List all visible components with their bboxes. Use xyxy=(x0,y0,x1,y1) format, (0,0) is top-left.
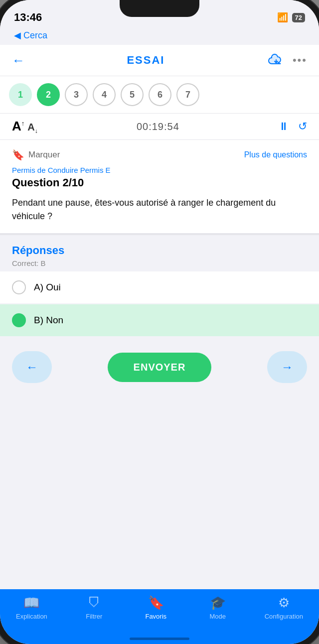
tab-mode[interactable]: 🎓 Mode xyxy=(203,595,233,620)
tab-configuration[interactable]: ⚙ Configuration xyxy=(265,595,303,620)
header-nav: ← ESSAI ••• xyxy=(0,45,319,76)
tab-explication-label: Explication xyxy=(16,613,47,620)
configuration-icon: ⚙ xyxy=(278,595,290,611)
tab-favoris[interactable]: 🔖 Favoris xyxy=(141,595,171,620)
tab-mode-label: Mode xyxy=(209,613,226,620)
bookmark-icon[interactable]: 🔖 xyxy=(12,149,24,161)
question-numbers-row: 1 2 3 4 5 6 7 xyxy=(0,76,319,114)
radio-a xyxy=(12,280,26,294)
timer-icons: ⏸ ↺ xyxy=(278,120,307,133)
question-text: Pendant une pause, êtes-vous autorisé à … xyxy=(12,196,307,223)
question-num-6[interactable]: 6 xyxy=(149,83,171,106)
more-options-icon[interactable]: ••• xyxy=(293,54,307,67)
status-bar: 13:46 📶 72 xyxy=(0,0,319,30)
tab-favoris-label: Favoris xyxy=(145,613,166,620)
font-controls: A↑ A↓ xyxy=(12,119,38,134)
mode-icon: 🎓 xyxy=(210,595,226,611)
next-button[interactable]: → xyxy=(267,351,307,383)
back-cerca[interactable]: ◀ Cerca xyxy=(0,30,319,45)
question-num-5[interactable]: 5 xyxy=(121,83,144,106)
question-num-2[interactable]: 2 xyxy=(37,83,60,106)
battery-icon: 72 xyxy=(292,13,305,22)
status-icons: 📶 72 xyxy=(277,12,305,23)
font-decrease-btn[interactable]: A↓ xyxy=(27,122,37,134)
radio-b xyxy=(12,313,26,327)
timer-row: A↑ A↓ 00:19:54 ⏸ ↺ xyxy=(0,114,319,140)
question-num-7[interactable]: 7 xyxy=(176,83,199,106)
question-num-3[interactable]: 3 xyxy=(65,83,88,106)
answer-option-b[interactable]: B) Non xyxy=(0,304,319,336)
filtrer-icon: ⛉ xyxy=(88,595,101,611)
cloud-sync-icon[interactable] xyxy=(267,51,286,70)
header-title: ESSAI xyxy=(127,54,164,67)
question-category: Permis de Conduire Permis E xyxy=(12,166,307,174)
question-card: 🔖 Marquer Plus de questions Permis de Co… xyxy=(0,140,319,235)
pause-btn[interactable]: ⏸ xyxy=(278,120,289,133)
answers-header: Réponses Correct: B xyxy=(0,244,319,271)
favoris-icon: 🔖 xyxy=(148,595,164,611)
header-icons: ••• xyxy=(267,51,307,70)
correct-label: Correct: B xyxy=(12,259,307,267)
answers-title: Réponses xyxy=(12,244,307,257)
timer-display: 00:19:54 xyxy=(137,121,179,132)
refresh-btn[interactable]: ↺ xyxy=(298,120,307,133)
question-num-4[interactable]: 4 xyxy=(93,83,116,106)
more-questions-link[interactable]: Plus de questions xyxy=(244,150,307,159)
answer-text-a: A) Oui xyxy=(34,282,61,293)
tab-filtrer[interactable]: ⛉ Filtrer xyxy=(79,595,109,620)
tab-bar: 📖 Explication ⛉ Filtrer 🔖 Favoris 🎓 Mode… xyxy=(0,589,319,644)
tab-explication[interactable]: 📖 Explication xyxy=(16,595,47,620)
tab-configuration-label: Configuration xyxy=(265,613,303,620)
phone-frame: 13:46 📶 72 ◀ Cerca ← ESSAI ••• 1 2 xyxy=(0,0,319,644)
prev-button[interactable]: ← xyxy=(12,351,52,383)
bookmark-label[interactable]: Marquer xyxy=(28,150,60,160)
question-num-1[interactable]: 1 xyxy=(9,83,32,106)
answer-text-b: B) Non xyxy=(34,315,63,326)
bookmark-row[interactable]: 🔖 Marquer xyxy=(12,149,60,161)
back-arrow-icon[interactable]: ← xyxy=(12,53,25,68)
explication-icon: 📖 xyxy=(23,595,39,611)
notch xyxy=(120,0,199,17)
font-increase-btn[interactable]: A↑ xyxy=(12,119,24,134)
envoyer-button[interactable]: ENVOYER xyxy=(108,353,212,382)
question-meta-row: 🔖 Marquer Plus de questions xyxy=(12,149,307,161)
nav-buttons: ← ENVOYER → xyxy=(0,337,319,397)
answer-option-a[interactable]: A) Oui xyxy=(0,271,319,303)
home-indicator xyxy=(130,638,189,640)
tab-filtrer-label: Filtrer xyxy=(86,613,102,620)
answers-section: Réponses Correct: B A) Oui B) Non xyxy=(0,235,319,336)
wifi-icon: 📶 xyxy=(277,12,288,23)
back-label[interactable]: ◀ Cerca xyxy=(14,30,47,41)
status-time: 13:46 xyxy=(14,11,42,24)
question-number-label: Question 2/10 xyxy=(12,176,307,189)
